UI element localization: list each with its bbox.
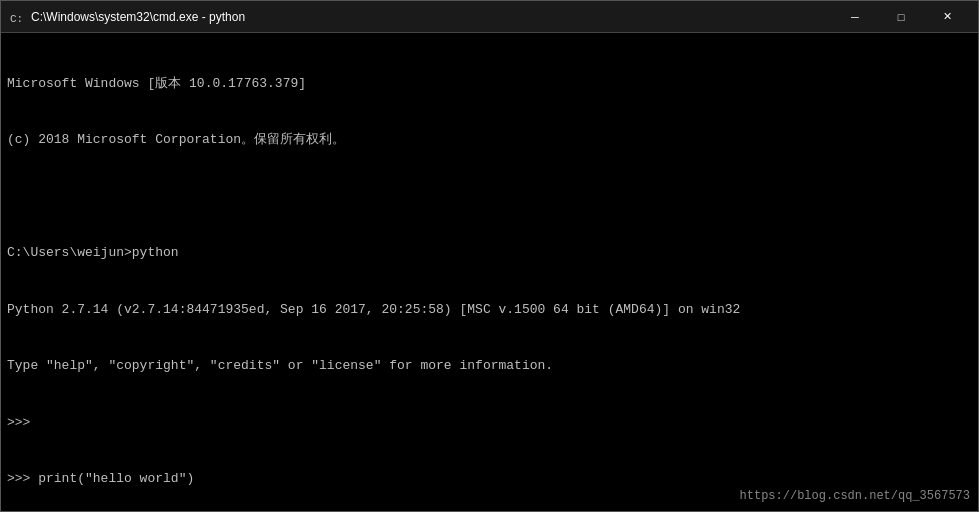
window-title: C:\Windows\system32\cmd.exe - python bbox=[31, 10, 832, 24]
window-controls: ─ □ ✕ bbox=[832, 1, 970, 32]
console-line-2: (c) 2018 Microsoft Corporation。保留所有权利。 bbox=[7, 131, 972, 150]
console-output: Microsoft Windows [版本 10.0.17763.379] (c… bbox=[7, 37, 972, 511]
console-line-6: Type "help", "copyright", "credits" or "… bbox=[7, 357, 972, 376]
watermark: https://blog.csdn.net/qq_3567573 bbox=[740, 489, 970, 503]
cmd-window: C: C:\Windows\system32\cmd.exe - python … bbox=[0, 0, 979, 512]
console-line-4: C:\Users\weijun>python bbox=[7, 244, 972, 263]
console-body[interactable]: Microsoft Windows [版本 10.0.17763.379] (c… bbox=[1, 33, 978, 511]
svg-text:C:: C: bbox=[10, 13, 23, 25]
console-line-3 bbox=[7, 188, 972, 207]
close-button[interactable]: ✕ bbox=[924, 1, 970, 33]
console-line-7: >>> bbox=[7, 414, 972, 433]
console-line-1: Microsoft Windows [版本 10.0.17763.379] bbox=[7, 75, 972, 94]
minimize-button[interactable]: ─ bbox=[832, 1, 878, 33]
cmd-icon: C: bbox=[9, 9, 25, 25]
maximize-button[interactable]: □ bbox=[878, 1, 924, 33]
title-bar: C: C:\Windows\system32\cmd.exe - python … bbox=[1, 1, 978, 33]
console-line-8: >>> print("hello world") bbox=[7, 470, 972, 489]
console-line-5: Python 2.7.14 (v2.7.14:84471935ed, Sep 1… bbox=[7, 301, 972, 320]
